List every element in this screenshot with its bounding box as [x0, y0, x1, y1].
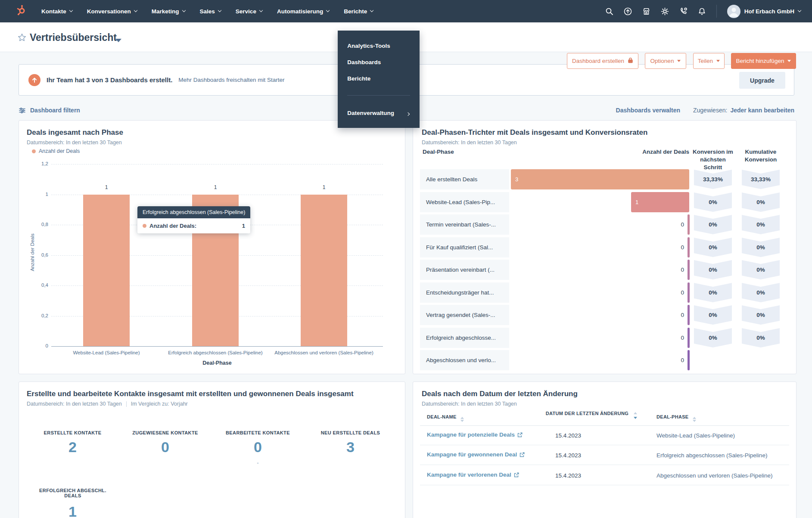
manage-dashboards-link[interactable]: Dashboards verwalten: [616, 107, 680, 114]
hubspot-logo-icon[interactable]: [16, 5, 27, 18]
deal-phase: Website-Lead (Sales-Pipeline): [656, 432, 735, 439]
nav-item-marketing[interactable]: Marketing: [152, 8, 185, 15]
funnel-row-count: 0: [511, 350, 684, 370]
account-name: Hof Erbach GmbH: [744, 8, 794, 15]
search-icon[interactable]: [605, 7, 613, 16]
assigned-value-link[interactable]: Jeder kann bearbeiten: [730, 107, 794, 114]
y-tick: 0,8: [27, 222, 48, 227]
kpi-value: 0: [212, 439, 304, 456]
funnel-sliver-bar: [688, 260, 690, 280]
berichte-dropdown-menu: Analytics-Tools Dashboards Berichte Date…: [338, 31, 420, 128]
sort-icons[interactable]: [460, 417, 464, 422]
menu-item-dashboards[interactable]: Dashboards: [347, 59, 381, 65]
deal-link[interactable]: Kampagne für verlorenen Deal: [427, 471, 519, 478]
bar-abgeschlossen-verloren[interactable]: [301, 195, 347, 346]
card-deals-table: Deals nach dem Datum der letzten Änderun…: [413, 382, 796, 518]
funnel-row[interactable]: Für Kauf qualifiziert (Sal... 0 0% 0%: [413, 237, 797, 257]
card-date-range: Datumsbereich: In den letzten 30 Tagen: [422, 140, 517, 146]
account-menu[interactable]: Hof Erbach GmbH: [727, 5, 801, 18]
table-row-divider: [420, 445, 789, 445]
card-title: Deals nach dem Datum der letzten Änderun…: [422, 390, 578, 398]
next-conversion-badge: 0%: [694, 238, 732, 257]
card-date-range: Datumsbereich: In den letzten 30 Tagen: [422, 401, 517, 407]
nav-item-konversationen[interactable]: Konversationen: [87, 8, 137, 15]
share-button[interactable]: Teilen: [693, 53, 725, 69]
y-tick: 0: [27, 343, 48, 348]
options-button[interactable]: Optionen: [645, 53, 686, 69]
next-conversion-badge: 0%: [694, 305, 732, 325]
sort-icons[interactable]: [693, 417, 696, 422]
funnel-sliver-bar: [688, 328, 690, 348]
nav-item-kontakte[interactable]: Kontakte: [41, 8, 72, 15]
funnel-row[interactable]: Alle erstellten Deals 3 33,33% 33,33%: [413, 169, 797, 189]
chevron-down-icon: [218, 9, 221, 12]
funnel-row-label: Alle erstellten Deals: [420, 169, 509, 189]
funnel-row[interactable]: Vertrag gesendet (Sales-... 0 0% 0%: [413, 305, 797, 325]
caret-down-icon: [677, 60, 681, 62]
column-header-cumulative-conversion: Kumulative Konversion: [739, 148, 782, 164]
chart-legend[interactable]: Anzahl der Deals: [32, 148, 80, 154]
filter-dashboard-link[interactable]: Dashboard filtern: [30, 107, 80, 114]
menu-item-analytics-tools[interactable]: Analytics-Tools: [347, 43, 390, 49]
funnel-row[interactable]: Termin vereinbart (Sales-... 0 0% 0%: [413, 214, 797, 235]
favorite-star-icon[interactable]: [18, 33, 26, 43]
column-header-next-conversion: Konversion im nächsten Schritt: [691, 148, 734, 171]
funnel-row[interactable]: Abgeschlossen und verlo... 0: [413, 350, 797, 370]
funnel-row-count: 0: [511, 305, 684, 325]
funnel-row[interactable]: Erfolgreich abgeschlosse... 0 0% 0%: [413, 328, 797, 348]
bar-website-lead[interactable]: [83, 195, 130, 346]
bar-value: 1: [207, 184, 224, 190]
next-conversion-badge: 0%: [694, 328, 732, 347]
menu-item-datenverwaltung[interactable]: Datenverwaltung: [347, 110, 394, 116]
next-conversion-badge: 0%: [694, 192, 732, 212]
calls-phone-icon[interactable]: [679, 7, 688, 16]
subtitle-divider: [126, 401, 127, 407]
page-title: Vertriebsübersicht: [30, 32, 117, 43]
funnel-row-label: Termin vereinbart (Sales-...: [420, 214, 509, 235]
chevron-down-icon: [259, 9, 263, 12]
chevron-down-icon: [326, 9, 330, 12]
deal-link[interactable]: Kampagne für gewonnenen Deal: [427, 451, 525, 458]
column-header-deal-phase[interactable]: DEAL-PHASE: [656, 414, 696, 422]
cumulative-conversion-badge: 33,33%: [742, 170, 780, 189]
funnel-bar[interactable]: 3: [511, 169, 689, 189]
cumulative-conversion-badge: 0%: [742, 192, 780, 212]
title-dropdown-caret-icon[interactable]: [115, 39, 121, 42]
deal-link[interactable]: Kampagne für potenzielle Deals: [427, 431, 523, 438]
marketplace-icon[interactable]: [642, 7, 650, 16]
upgrade-arrow-icon[interactable]: [624, 7, 632, 16]
kpi-label: ERSTELLTE KONTAKTE: [26, 430, 119, 435]
nav-item-automatisierung[interactable]: Automatisierung: [277, 8, 329, 15]
funnel-row-label: Erfolgreich abgeschlosse...: [420, 328, 509, 348]
funnel-row[interactable]: Präsentation vereinbart (... 0 0% 0%: [413, 260, 797, 280]
nav-item-sales[interactable]: Sales: [200, 8, 221, 15]
nav-item-berichte[interactable]: Berichte Analytics-Tools Dashboards Beri…: [344, 8, 373, 15]
add-report-button[interactable]: Bericht hinzufügen: [731, 53, 796, 69]
column-header-last-modified[interactable]: DATUM DER LETZTEN ÄNDERUNG: [542, 410, 628, 417]
x-tick-label: Erfolgreich abgeschlossen (Sales-Pipelin…: [155, 350, 276, 355]
funnel-row-count: 0: [511, 282, 684, 303]
menu-item-berichte[interactable]: Berichte: [347, 75, 370, 82]
settings-gear-icon[interactable]: [661, 7, 669, 16]
funnel-bar[interactable]: 1: [631, 192, 689, 212]
bar-value: 1: [315, 184, 333, 190]
sort-icons[interactable]: [634, 412, 637, 419]
nav-item-service[interactable]: Service: [236, 8, 262, 15]
kpi-label: ZUGEWIESENE KONTAKTE: [119, 430, 212, 435]
assigned-label: Zugewiesen:: [693, 107, 727, 114]
x-tick-label: Website-Lead (Sales-Pipeline): [46, 350, 167, 355]
upgrade-button[interactable]: Upgrade: [739, 72, 785, 89]
kpi-value: 1: [26, 503, 119, 518]
deal-date: 15.4.2023: [555, 472, 581, 479]
column-header-deal-name[interactable]: DEAL-NAME: [427, 414, 464, 422]
funnel-sliver-bar: [688, 282, 690, 303]
card-deal-funnel: Deal-Phasen-Trichter mit Deals insgesamt…: [413, 120, 796, 374]
card-title: Deals ingesamt nach Phase: [27, 128, 123, 137]
funnel-row[interactable]: Website-Lead (Sales-Pip... 1 0% 0%: [413, 192, 797, 212]
y-tick: 0,6: [27, 252, 48, 257]
funnel-row[interactable]: Entscheidungsträger hat... 0 0% 0%: [413, 282, 797, 303]
banner-text: Mehr Dashboards freischalten mit Starter: [178, 77, 284, 83]
create-dashboard-button[interactable]: Dashboard erstellen: [567, 53, 638, 69]
kpi-label: NEU ERSTELLTE DEALS: [304, 430, 397, 435]
notifications-bell-icon[interactable]: [698, 7, 706, 16]
